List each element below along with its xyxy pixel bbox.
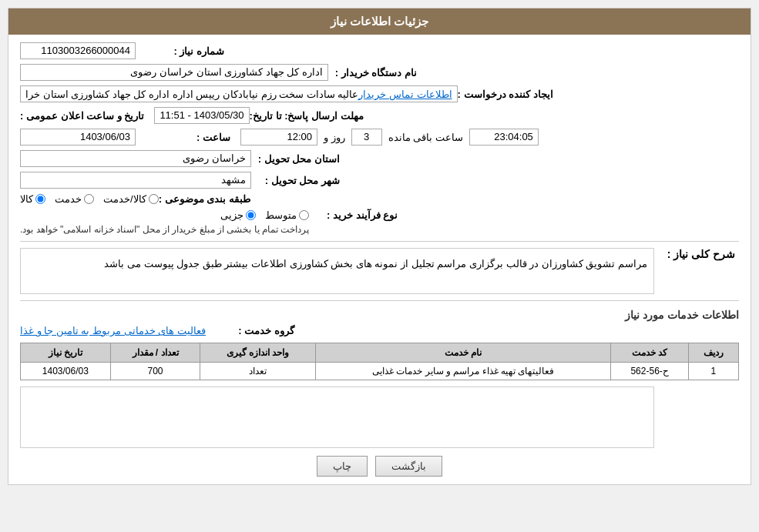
remaining-time-value: 23:04:05 [469,129,539,146]
cell-row: 1 [688,363,738,380]
remaining-days-value: 3 [351,129,382,146]
delivery-time-label: ساعت : [142,132,234,143]
category-option-kala[interactable]: کالا [20,193,45,205]
col-row: ردیف [688,343,738,363]
col-code: کد خدمت [611,343,689,363]
reply-deadline-label: مهلت ارسال پاسخ: تا تاریخ: [250,110,368,122]
general-desc-label: شرح کلی نیاز : [662,248,739,260]
delivery-time-value: 12:00 [240,129,317,146]
table-header: ردیف کد خدمت نام خدمت واحد اندازه گیری ت… [21,343,739,363]
print-button[interactable]: چاپ [317,456,368,477]
need-number-value: 1103003266000044 [20,42,136,59]
buyer-notes-value [20,386,654,448]
announce-date-label: تاریخ و ساعت اعلان عمومی : [20,110,148,122]
category-option-khedmat[interactable]: خدمت [55,193,94,205]
buyer-name-label: نام دستگاه خریدار : [328,67,421,79]
page-title: جزئیات اطلاعات نیاز [8,8,751,35]
table-row: 1ح-56-562فعالیتهای تهیه غذاء مراسم و سای… [21,363,739,380]
col-date: تاریخ نیاز [21,343,111,363]
service-group-label: گروه خدمت : [206,325,298,336]
cell-unit: تعداد [200,363,315,380]
delivery-date-label: 1403/06/03 [20,129,136,146]
general-desc-value: مراسم تشویق کشاورزان در قالب برگزاری مرا… [20,248,654,294]
col-quantity: تعداد / مقدار [110,343,200,363]
need-number-label: شماره نیاز : [136,45,228,57]
remaining-time-label: ساعت باقی مانده [388,132,463,143]
col-name: نام خدمت [315,343,611,363]
purchase-type-medium[interactable]: متوسط [265,209,309,221]
creator-value: عالیه سادات سخت رزم نیابادکان رییس اداره… [25,89,358,100]
cell-quantity: 700 [110,363,200,380]
purchase-note: پرداخت تمام یا بخشی از مبلغ خریدار از مح… [20,224,309,235]
creator-label: ایجاد کننده درخواست : [458,89,557,100]
table-body: 1ح-56-562فعالیتهای تهیه غذاء مراسم و سای… [21,363,739,380]
action-buttons: بازگشت چاپ [20,456,739,477]
announce-date-value: 1403/05/30 - 11:51 [154,107,249,124]
service-info-header: اطلاعات خدمات مورد نیاز [20,309,739,321]
buyer-name-value: اداره کل جهاد کشاورزی استان خراسان رضوی [20,64,328,81]
cell-code: ح-56-562 [611,363,689,380]
province-label: استان محل تحویل : [251,153,344,165]
city-value: مشهد [20,172,251,189]
category-label: طبقه بندی موضوعی : [159,193,254,205]
items-table: ردیف کد خدمت نام خدمت واحد اندازه گیری ت… [20,343,739,380]
city-label: شهر محل تحویل : [251,175,344,186]
divider-1 [20,241,739,242]
creator-contact-link[interactable]: اطلاعات تماس خریدار [358,89,452,100]
province-value: خراسان رضوی [20,150,251,167]
remaining-days-label: روز و [324,132,345,143]
cell-date: 1403/06/03 [21,363,111,380]
category-option-kala-khedmat[interactable]: کالا/خدمت [103,193,159,205]
purchase-type-label: نوع فرآیند خرید : [309,209,401,221]
divider-2 [20,300,739,301]
back-button[interactable]: بازگشت [375,456,442,477]
purchase-type-radio-group: متوسط جزیی [20,209,309,221]
service-group-link[interactable]: فعالیت های خدماتی مربوط به تامین جا و غذ… [20,325,206,336]
purchase-type-partial[interactable]: جزیی [220,209,256,221]
category-radio-group: کالا/خدمت خدمت کالا [20,193,159,205]
cell-name: فعالیتهای تهیه غذاء مراسم و سایر خدمات غ… [315,363,611,380]
col-unit: واحد اندازه گیری [200,343,315,363]
